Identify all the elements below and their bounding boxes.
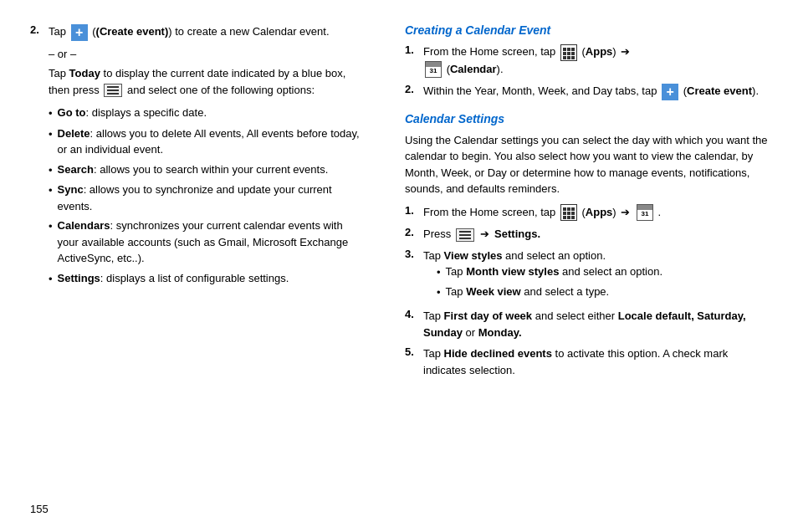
apps-label-2: (Apps) ➔: [581, 206, 632, 218]
right-step-2-text: Within the Year, Month, Week, and Day ta…: [423, 84, 657, 97]
sub-bullet-month-text: Tap Month view styles and select an opti…: [446, 263, 662, 280]
section-creating-title: Creating a Calendar Event: [405, 23, 768, 37]
grid-cell: [563, 207, 566, 211]
grid-cell: [567, 207, 570, 211]
sub-bullet-month: • Tap Month view styles and select an op…: [437, 263, 768, 281]
settings-step-5-tap: Tap: [423, 347, 441, 360]
tap-label: Tap: [49, 67, 66, 79]
month-view-label: Month view styles: [466, 265, 559, 278]
calendar-31-icon: 31: [425, 61, 442, 78]
view-styles-label: View styles: [444, 249, 503, 262]
create-event-plus-icon-right: +: [662, 84, 678, 100]
menu-line-2: [107, 90, 119, 91]
settings-step-3-tap: Tap: [423, 249, 441, 262]
settings-paragraph: Using the Calendar settings you can sele…: [405, 132, 768, 197]
grid-cell: [563, 216, 566, 219]
settings-step-3: 3. Tap View styles and select an option.…: [405, 248, 768, 304]
bullet-dot-1: •: [49, 105, 53, 122]
step-2-create-label: ((Create event)): [92, 25, 171, 38]
grid-cell: [567, 212, 570, 215]
right-step-2-content: Within the Year, Month, Week, and Day ta…: [423, 83, 768, 100]
bullet-delete-text: Delete: allows you to delete All events,…: [58, 125, 365, 158]
or-text: – or –: [49, 48, 76, 60]
section-settings-title: Calendar Settings: [405, 112, 768, 125]
settings-step-3-number: 3.: [405, 248, 423, 304]
grid-cell: [571, 216, 575, 219]
settings-step-5-number: 5.: [405, 345, 423, 378]
step-2-number: 2.: [30, 23, 49, 41]
right-step-2-number: 2.: [405, 83, 423, 100]
apps-grid-icon-2: [560, 204, 577, 221]
grid-cell: [567, 216, 570, 219]
apps-grid-2: [563, 207, 575, 219]
hide-declined-label: Hide declined events: [444, 347, 552, 360]
step-2-content: Tap + ((Create event)) to create a new C…: [49, 23, 365, 41]
settings-step-3-content: Tap View styles and select an option. • …: [423, 248, 768, 304]
apps-grid-icon: [560, 44, 577, 61]
settings-step-4-tap: Tap: [423, 309, 441, 322]
cal-header: [426, 62, 441, 67]
settings-step-4-number: 4.: [405, 308, 423, 340]
sub-tap-2: Tap: [446, 285, 463, 298]
grid-cell: [571, 207, 575, 211]
sub-bullet-dot-2: •: [437, 284, 441, 301]
sub-bullet-dot-1: •: [437, 264, 441, 281]
right-step-1: 1. From the Home screen, tap: [405, 43, 768, 78]
bullet-calendars: • Calendars: synchronizes your current c…: [49, 217, 365, 267]
right-column: Creating a Calendar Event 1. From the Ho…: [385, 0, 798, 532]
grid-cell: [563, 48, 566, 51]
grid-cell: [571, 48, 575, 51]
right-step-2-label: (Create event).: [683, 84, 759, 97]
settings-step-2-arrow: ➔: [478, 228, 494, 240]
right-step-1-text: From the Home screen, tap: [423, 45, 555, 58]
menu-icon: [104, 84, 122, 97]
cal-number-2: 31: [641, 209, 648, 219]
right-step-1-content: From the Home screen, tap (Apps) ➔: [423, 43, 768, 78]
calendar-31-icon-2: 31: [637, 204, 653, 221]
bullet-dot-2: •: [49, 126, 53, 143]
create-event-bold: (Create event): [96, 25, 169, 38]
bullet-search-text: Search: allows you to search within your…: [58, 161, 329, 178]
bullet-list: • Go to: displays a specific date. • Del…: [49, 105, 365, 287]
apps-grid: [563, 48, 575, 59]
section-creating: Creating a Calendar Event 1. From the Ho…: [405, 23, 768, 100]
bullet-dot-3: •: [49, 162, 53, 179]
menu-icon-2: [456, 228, 474, 242]
step-2-block: 2. Tap + ((Create event)) to create a ne…: [30, 23, 365, 41]
bullet-dot-5: •: [49, 218, 53, 235]
bullet-settings-text: Settings: displays a list of configurabl…: [58, 270, 289, 287]
bullet-delete: • Delete: allows you to delete All event…: [49, 125, 365, 158]
menu-line-1: [107, 86, 119, 88]
apps-label: (Apps) ➔: [581, 45, 632, 58]
cal-number: 31: [430, 66, 437, 76]
grid-cell: [571, 56, 575, 59]
settings-step-1-number: 1.: [405, 204, 423, 222]
settings-step-2-content: Press ➔ Settings.: [423, 226, 768, 243]
sub-text-1: and select an option.: [562, 265, 662, 278]
bullet-search: • Search: allows you to search within yo…: [49, 161, 365, 179]
today-label: Today: [69, 67, 104, 79]
bullet-dot-4: •: [49, 182, 53, 199]
bullet-calendars-text: Calendars: synchronizes your current cal…: [58, 217, 365, 267]
right-step-2: 2. Within the Year, Month, Week, and Day…: [405, 83, 768, 100]
grid-cell: [563, 56, 566, 59]
bullet-goto-text: Go to: displays a specific date.: [58, 105, 207, 121]
settings-label: Settings.: [494, 228, 540, 240]
grid-cell: [571, 212, 575, 215]
section-settings: Calendar Settings Using the Calendar set…: [405, 112, 768, 379]
settings-step-5: 5. Tap Hide declined events to activate …: [405, 345, 768, 378]
bullet-goto: • Go to: displays a specific date.: [49, 105, 365, 122]
settings-step-1-dot: .: [658, 206, 662, 218]
create-event-plus-icon: +: [71, 24, 88, 41]
sub-tap-1: Tap: [446, 265, 463, 278]
settings-step-1-text: From the Home screen, tap: [423, 206, 555, 218]
menu-line-3: [107, 93, 119, 95]
first-day-label: First day of week: [444, 309, 532, 322]
left-column: 2. Tap + ((Create event)) to create a ne…: [0, 0, 385, 532]
right-step-1-number: 1.: [405, 43, 423, 78]
step-2-text-after: to create a new Calendar event.: [175, 25, 329, 38]
menu-line-2b: [459, 234, 471, 236]
step-2-tap-text: Tap: [49, 25, 66, 38]
menu-line-1b: [459, 231, 471, 233]
calendar-label: (Calendar).: [447, 63, 504, 75]
